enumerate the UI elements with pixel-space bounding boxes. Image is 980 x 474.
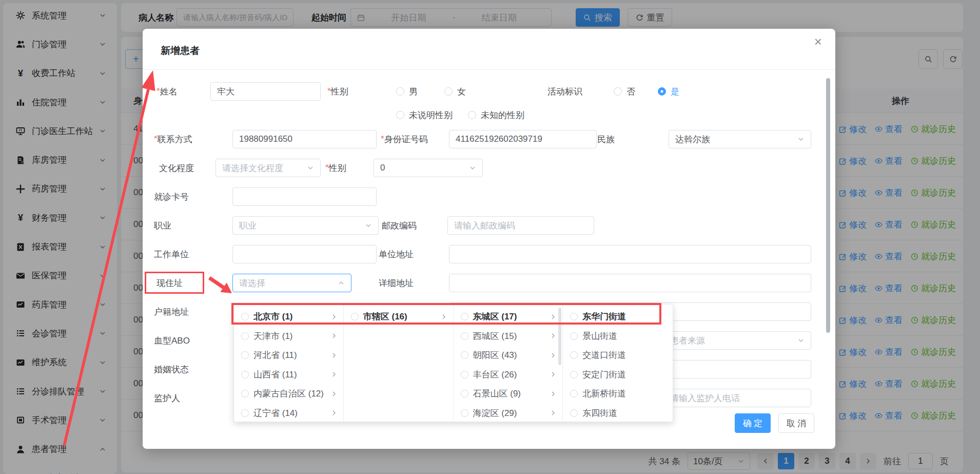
cascader-option[interactable]: 内蒙古自治区 (12) <box>234 384 343 404</box>
radio-circle-icon <box>241 351 249 359</box>
radio-circle-icon <box>461 371 468 378</box>
chevron-right-icon <box>550 371 556 377</box>
radio-gender-unstated[interactable]: 未说明性别 <box>396 106 453 124</box>
education-select[interactable]: 请选择文化程度 <box>215 159 321 177</box>
cascader-option[interactable]: 安定门街道 <box>563 365 673 385</box>
cascader-option[interactable]: 景山街道 <box>563 327 673 346</box>
radio-circle-icon <box>570 351 578 359</box>
chevron-right-icon <box>331 352 337 358</box>
chevron-down-icon <box>365 222 372 229</box>
unit-address-input[interactable] <box>449 245 811 263</box>
radio-circle-icon <box>461 351 468 359</box>
close-icon[interactable]: × <box>814 35 822 48</box>
occupation-select[interactable]: 职业 <box>232 216 379 235</box>
education-label: 文化程度 <box>159 159 194 177</box>
blood-type-label: 血型ABO <box>154 331 190 350</box>
chevron-right-icon <box>331 391 337 397</box>
chevron-down-icon <box>469 164 476 172</box>
ethnicity-label: 民族 <box>597 130 615 148</box>
id-number-input[interactable]: 411625192602039719 <box>449 130 597 148</box>
cascader-option[interactable]: 山西省 (11) <box>234 365 343 385</box>
chevron-right-icon <box>550 333 556 339</box>
cascader-option[interactable]: 天津市 (1) <box>234 327 343 346</box>
detail-address-label: 详细地址 <box>379 274 414 292</box>
radio-circle-icon <box>241 371 249 378</box>
radio-female[interactable]: 女 <box>444 82 466 101</box>
gender-select-label: 性别 <box>325 159 346 177</box>
chevron-up-icon <box>338 279 345 287</box>
detail-address-input[interactable] <box>449 274 811 292</box>
modal-header-divider <box>143 69 835 70</box>
cascader-option[interactable]: 北新桥街道 <box>563 384 673 404</box>
radio-circle-icon <box>570 332 578 340</box>
radio-circle-icon <box>241 409 249 417</box>
guardian-label: 监护人 <box>154 389 180 407</box>
ethnicity-select[interactable]: 达斡尔族 <box>669 130 811 148</box>
unit-address-label: 单位地址 <box>379 245 414 263</box>
cascader-option[interactable]: 朝阳区 (43) <box>454 346 563 365</box>
name-input[interactable]: 牢大 <box>210 82 321 101</box>
cascader-option[interactable]: 河北省 (11) <box>234 346 343 365</box>
household-address-label: 户籍地址 <box>154 302 189 321</box>
radio-circle-icon <box>570 390 578 397</box>
cancel-button[interactable]: 取 消 <box>778 413 814 433</box>
radio-circle-icon <box>570 371 578 378</box>
contact-input[interactable]: 19880991650 <box>232 130 377 148</box>
chevron-down-icon <box>797 136 805 143</box>
modal-title: 新增患者 <box>161 44 200 58</box>
radio-active-yes[interactable]: 是 <box>658 82 679 101</box>
occupation-label: 职业 <box>154 216 171 235</box>
id-number-label: 身份证号码 <box>381 130 428 148</box>
cascader-option[interactable]: 交道口街道 <box>563 346 673 365</box>
cascader-option[interactable]: 西城区 (15) <box>454 327 563 346</box>
confirm-button[interactable]: 确 定 <box>735 413 771 433</box>
chevron-right-icon <box>550 391 556 397</box>
current-address-cascader-trigger[interactable]: 请选择 <box>232 274 351 292</box>
active-flag-label: 活动标识 <box>547 82 582 101</box>
radio-circle-icon <box>461 332 468 340</box>
postal-code-input[interactable]: 请输入邮政编码 <box>447 216 594 235</box>
chevron-right-icon <box>331 410 337 416</box>
visit-card-input[interactable] <box>232 187 377 206</box>
annotation-box-current-address-label <box>145 272 204 294</box>
chevron-right-icon <box>331 371 337 377</box>
chevron-right-icon <box>550 410 556 416</box>
marital-status-label: 婚姻状态 <box>154 360 189 378</box>
work-unit-input[interactable] <box>232 245 377 263</box>
radio-circle-icon <box>241 390 249 397</box>
radio-active-no[interactable]: 否 <box>614 82 635 101</box>
gender-label: 性别 <box>327 82 348 101</box>
gender-select[interactable]: 0 <box>374 159 483 177</box>
radio-circle-icon <box>241 332 249 340</box>
radio-gender-unknown[interactable]: 未知的性别 <box>468 106 524 124</box>
cascader-option[interactable]: 丰台区 (26) <box>454 365 563 385</box>
chevron-down-icon <box>307 164 314 172</box>
cascader-option[interactable]: 东四街道 <box>563 404 673 423</box>
postal-code-label: 邮政编码 <box>382 216 417 235</box>
visit-card-label: 就诊卡号 <box>154 187 189 206</box>
cascader-option[interactable]: 辽宁省 (14) <box>234 404 343 423</box>
chevron-right-icon <box>331 333 337 339</box>
modal-scrollbar[interactable] <box>826 78 830 333</box>
contact-label: 联系方式 <box>154 130 192 148</box>
radio-circle-icon <box>461 409 468 417</box>
guardian-phone-input[interactable]: 请输入监护人电话 <box>663 389 811 407</box>
work-unit-label: 工作单位 <box>154 245 189 263</box>
annotation-box-cascader-first-row <box>231 303 661 325</box>
cascader-option[interactable]: 海淀区 (29) <box>454 404 563 423</box>
chevron-down-icon <box>797 337 805 344</box>
chevron-right-icon <box>550 352 556 358</box>
cascader-option[interactable]: 石景山区 (9) <box>454 384 563 404</box>
radio-circle-icon <box>461 390 468 397</box>
radio-male[interactable]: 男 <box>396 82 418 101</box>
name-label: 姓名 <box>156 82 178 101</box>
radio-circle-icon <box>570 409 578 417</box>
